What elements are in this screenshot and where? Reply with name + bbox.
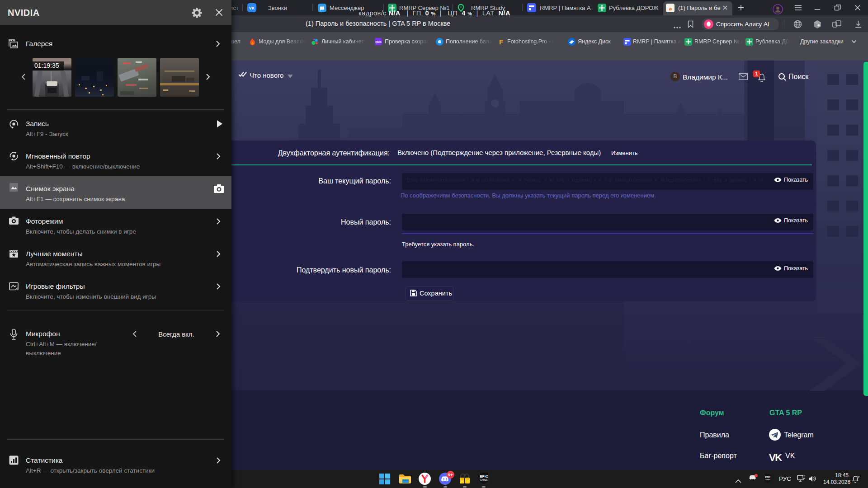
svg-text:VK: VK: [249, 6, 255, 10]
svg-text:EPIC: EPIC: [765, 476, 770, 479]
svg-text:EPIC: EPIC: [480, 474, 488, 479]
svg-text:z: z: [858, 475, 859, 479]
svg-text:GAMES: GAMES: [480, 479, 487, 481]
svg-text:QMS: QMS: [375, 41, 382, 43]
svg-text:GAMES: GAMES: [765, 479, 771, 481]
